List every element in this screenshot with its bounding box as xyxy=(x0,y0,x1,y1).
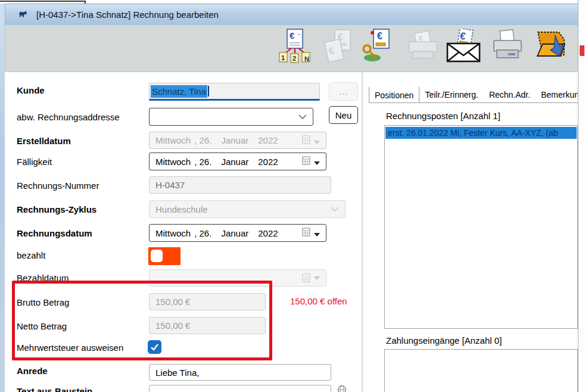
rechnungs-zyklus-label: Rechnungs-Zyklus xyxy=(17,204,97,214)
neu-button[interactable]: Neu xyxy=(329,106,358,124)
bezahldatum-label: Bezahldatum xyxy=(17,273,69,283)
netto-betrag-label: Netto Betrag xyxy=(17,321,67,331)
split-invoice-icon[interactable]: € 1 2 N xyxy=(278,29,313,63)
mwst-checkbox[interactable] xyxy=(148,340,161,354)
kunde-browse-button[interactable]: ... xyxy=(329,82,358,101)
rechnungs-nummer-label: Rechnungs-Nummer xyxy=(17,181,99,191)
svg-text:N: N xyxy=(304,55,309,63)
window-title: [H-0437->Tina Schnatz] Rechnung bearbeit… xyxy=(36,10,219,20)
titlebar[interactable]: [H-0437->Tina Schnatz] Rechnung bearbeit… xyxy=(5,4,578,25)
globe-icon[interactable] xyxy=(337,385,347,392)
faelligkeit-datepicker[interactable]: Mittwoch , 26. Januar 2022 xyxy=(149,153,326,170)
anrede-input[interactable]: Liebe Tina, xyxy=(149,364,331,381)
svg-text:1: 1 xyxy=(281,54,285,61)
right-panel-tabs: Positionen Teilr./Erinnerg. Rechn.Adr. B… xyxy=(369,87,578,103)
text-baustein-combobox[interactable] xyxy=(149,385,331,392)
brutto-betrag-field: 150,00 € xyxy=(149,293,266,310)
svg-text:2: 2 xyxy=(292,55,296,62)
erstelldatum-label: Erstelldatum xyxy=(17,136,71,146)
rechnungs-zyklus-combobox: Hundeschule xyxy=(149,200,346,218)
window-left-border xyxy=(0,4,5,392)
list-item-selected[interactable]: erst. 26.01.2022 Mi, Fester Kurs, AA-XYZ… xyxy=(385,127,577,139)
duplicate-invoice-icon[interactable]: € € xyxy=(322,29,356,63)
app-dog-icon xyxy=(18,10,28,20)
text-caret xyxy=(208,86,209,97)
bezahlt-toggle[interactable] xyxy=(148,247,181,265)
toolbar: € 1 2 N € € € xyxy=(5,25,578,72)
calendar-icon-disabled xyxy=(302,273,320,282)
check-icon xyxy=(150,343,159,351)
erstelldatum-datepicker[interactable]: Mittwoch , 26. Januar 2022 xyxy=(149,132,326,149)
print-icon[interactable] xyxy=(490,29,525,63)
zahlungseingaenge-header: Zahlungseingänge [Anzahl 0] xyxy=(386,335,502,346)
date-year: 2022 xyxy=(258,157,278,167)
anrede-label: Anrede xyxy=(17,366,48,376)
svg-text:€: € xyxy=(290,30,295,41)
netto-betrag-field: 150,00 € xyxy=(149,317,266,334)
brutto-betrag-label: Brutto Betrag xyxy=(17,297,69,307)
svg-text:€: € xyxy=(377,31,382,41)
offen-amount-text: 150,00 € offen xyxy=(290,296,347,306)
print-invoice-icon[interactable]: € xyxy=(406,29,440,63)
zahlungseingaenge-listbox[interactable] xyxy=(384,349,578,392)
kunde-selected-text: Schnatz, Tina xyxy=(151,85,207,98)
date-weekday: Mittwoch xyxy=(155,135,191,145)
background-window-edge xyxy=(0,1,85,2)
faelligkeit-label: Fälligkeit xyxy=(17,157,52,167)
rechnungsdatum-datepicker[interactable]: Mittwoch , 26. Januar 2022 xyxy=(149,224,326,242)
tab-rechn-adr[interactable]: Rechn.Adr. xyxy=(484,87,536,102)
email-invoice-icon[interactable]: € xyxy=(446,29,481,63)
calendar-icon-disabled xyxy=(302,135,320,146)
date-weekday: Mittwoch xyxy=(155,228,191,238)
chevron-down-icon-disabled xyxy=(331,207,339,212)
mwst-label: Mehrwertsteuer ausweisen xyxy=(17,343,123,353)
date-day: , 26. xyxy=(194,157,211,167)
bezahlt-label: bezahlt xyxy=(17,250,45,260)
tab-bemerkung[interactable]: Bemerkung xyxy=(536,87,578,102)
abw-adresse-label: abw. Rechnungsaddresse xyxy=(17,112,120,122)
date-day: , 26. xyxy=(194,228,211,238)
rechnungsposten-header: Rechnungsposten [Anzahl 1] xyxy=(386,111,500,121)
bezahldatum-datepicker xyxy=(149,269,326,287)
date-month: Januar xyxy=(221,157,248,167)
tab-positionen[interactable]: Positionen xyxy=(369,87,419,103)
kunde-input[interactable]: Schnatz, Tina xyxy=(149,83,320,101)
calendar-icon[interactable] xyxy=(302,156,320,167)
date-weekday: Mittwoch xyxy=(155,157,191,167)
date-day: , 26. xyxy=(194,135,211,145)
date-year: 2022 xyxy=(258,228,278,238)
kunde-label: Kunde xyxy=(17,85,45,95)
date-year: 2022 xyxy=(258,135,278,145)
add-invoice-key-icon[interactable]: € xyxy=(362,29,396,63)
rechnungs-zyklus-value: Hundeschule xyxy=(155,204,208,214)
abw-adresse-combobox[interactable] xyxy=(149,108,313,126)
tab-teilr-erinnerg[interactable]: Teilr./Erinnerg. xyxy=(419,87,483,102)
partial-icon xyxy=(580,45,584,56)
date-month: Januar xyxy=(221,228,248,238)
calendar-icon[interactable] xyxy=(302,228,320,238)
rechnungsdatum-label: Rechnungsdatum xyxy=(17,228,92,238)
window-right-edge xyxy=(578,0,585,392)
rechnungs-nummer-field: H-0437 xyxy=(149,176,331,194)
date-month: Januar xyxy=(221,135,248,145)
panel-splitter[interactable] xyxy=(362,72,363,392)
export-folder-icon[interactable] xyxy=(534,29,568,63)
rechnungsposten-listbox[interactable]: erst. 26.01.2022 Mi, Fester Kurs, AA-XYZ… xyxy=(384,125,578,329)
toggle-knob xyxy=(151,250,163,262)
chevron-down-icon[interactable] xyxy=(298,114,307,120)
text-baustein-label: Text aus Baustein xyxy=(17,386,92,392)
